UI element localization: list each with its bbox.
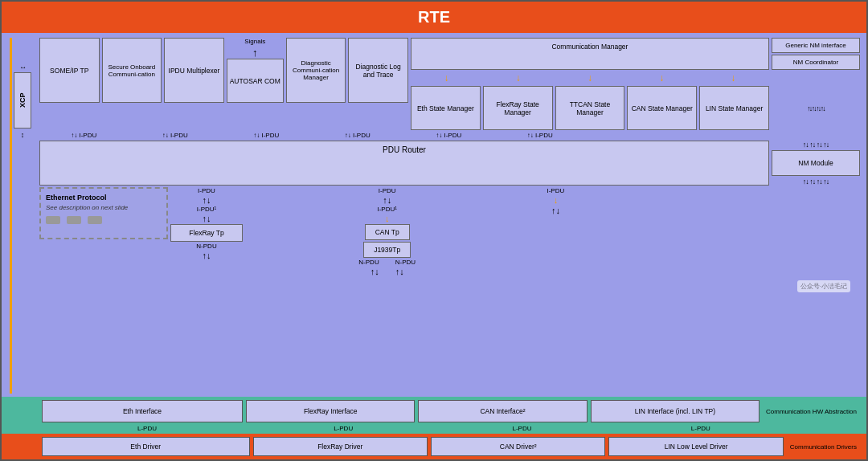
diag-log-trace-box: Diagnostic Log and Trace — [348, 38, 408, 103]
npdu-can-2: N-PDU — [395, 259, 416, 266]
ipdu-flexray-arrow: ↑↓ — [203, 195, 211, 205]
eth-sub-box-1 — [46, 216, 60, 224]
eth-sub-box-2 — [67, 216, 81, 224]
can-driver-box: CAN Driver² — [431, 437, 605, 456]
ipdu-can-label: I-PDU — [379, 187, 396, 194]
orange-arrow-4: ↓ — [659, 72, 664, 84]
eth-protocol-box: Ethernet Protocol See description on nex… — [39, 187, 168, 239]
orange-arrow-1: ↓ — [444, 72, 449, 84]
eth-sub-box-3 — [88, 216, 102, 224]
orange-arrow-lin: ↓ — [554, 195, 559, 205]
some-ip-tp-box: SOME/IP TP — [39, 38, 100, 103]
signals-arrow: ↑ — [252, 47, 258, 59]
ipdu-can-arrow: ↑↓ — [383, 195, 391, 205]
secure-onboard-box: Secure Onboard Communi-cation — [102, 38, 162, 103]
ipdu-mux-box: IPDU Multiplexer — [164, 38, 224, 103]
diagram-container: RTE ↕ XCP ↕ — [0, 0, 868, 461]
comm-manager-box: Communication Manager — [411, 38, 769, 70]
nm-arrows-right: ↑↓ ↑↓ ↑↓ ↑↓ — [807, 104, 825, 112]
ipdu1-can-label: I-PDU¹ — [377, 206, 396, 213]
comm-drivers-label: Communication Drivers — [787, 437, 860, 456]
ipdu-arrow-5: ↑↓ I-PDU — [404, 132, 493, 139]
nm-arrows-top: ↑↓ ↑↓ ↑↓ ↑↓ — [803, 141, 829, 149]
nm-module-box: NM Module — [772, 150, 860, 176]
driver-layer: Eth Driver FlexRay Driver CAN Driver² LI… — [2, 434, 866, 459]
ipdu-lin-label: I-PDU — [547, 187, 564, 194]
lin-state-mgr-box: LIN State Manager — [699, 86, 769, 130]
lpdu-eth: L-PDU — [42, 425, 252, 432]
signals-label: Signals — [244, 38, 265, 45]
npdu-flexray-label: N-PDU — [196, 243, 216, 250]
npdu-can-1: N-PDU — [358, 259, 379, 266]
npdu-can-arrow-1: ↑↓ — [371, 267, 379, 276]
diag-comm-mgr-box: Diagnostic Communi-cation Manager — [286, 38, 346, 103]
eth-protocol-title: Ethernet Protocol — [46, 194, 162, 202]
ttcan-state-mgr-box: TTCAN State Manager — [555, 86, 625, 130]
interface-layer: Eth Interface FlexRay Interface CAN Inte… — [2, 397, 866, 424]
pdu-router-box: PDU Router — [39, 141, 769, 186]
j1939-tp-box: J1939Tp — [363, 242, 411, 258]
ipdu-arrow-4: ↑↓ I-PDU — [313, 132, 403, 139]
lpdu-row: L-PDU L-PDU L-PDU L-PDU — [2, 424, 866, 434]
npdu-can-arrow-2: ↑↓ — [395, 267, 404, 276]
xcp-box: XCP — [14, 72, 31, 129]
orange-arrow-3: ↓ — [588, 72, 592, 84]
ipdu-arrow-6: ↑↓ I-PDU — [496, 132, 585, 139]
can-tp-box: CAN Tp — [365, 224, 410, 240]
lpdu-flexray: L-PDU — [256, 425, 431, 432]
ipdu-arrow-3: ↑↓ I-PDU — [222, 132, 311, 139]
can-state-mgr-box: CAN State Manager — [627, 86, 697, 130]
eth-driver-box: Eth Driver — [42, 437, 250, 456]
ipdu1-flexray-arrow: ↑↓ — [203, 214, 211, 223]
flexray-driver-box: FlexRay Driver — [253, 437, 428, 456]
nm-coordinator-box: NM Coordinator — [772, 55, 860, 70]
flexray-interface-box: FlexRay Interface — [246, 400, 415, 422]
autosar-com-box: AUTOSAR COM — [227, 59, 284, 103]
lin-interface-box: LIN Interface (incl. LIN TP) — [591, 400, 760, 422]
eth-protocol-desc: See description on next slide — [46, 204, 162, 211]
orange-arrow-can: ↓ — [385, 214, 390, 223]
rte-label: RTE — [418, 8, 450, 26]
flexray-state-mgr-box: FlexRay State Manager — [483, 86, 553, 130]
lpdu-can: L-PDU — [434, 425, 609, 432]
eth-interface-box: Eth Interface — [42, 400, 243, 422]
lpdu-lin: L-PDU — [613, 425, 788, 432]
rte-header: RTE — [2, 2, 866, 33]
lin-driver-box: LIN Low Level Driver — [608, 437, 783, 456]
flexray-tp-box: FlexRay Tp — [170, 224, 243, 242]
orange-arrow-5: ↓ — [731, 72, 735, 84]
ipdu-arrow-2: ↑↓ I-PDU — [131, 132, 220, 139]
ipdu-flexray-label: I-PDU — [198, 187, 215, 194]
ipdu-lin-arrow: ↑↓ — [551, 206, 560, 215]
watermark: 公众号·小洁毛记 — [797, 280, 850, 292]
orange-arrow-2: ↓ — [516, 72, 521, 84]
generic-nm-box: Generic NM interface — [772, 38, 860, 53]
eth-state-mgr-box: Eth State Manager — [411, 86, 481, 130]
comm-hw-abstraction-label: Communication HW Abstraction — [763, 400, 860, 422]
nm-arrows-bottom: ↑↓ ↑↓ ↑↓ ↑↓ — [803, 177, 829, 186]
main-area: ↕ XCP ↕ SOME/IP TP — [2, 33, 866, 397]
can-interface-box: CAN Interface² — [418, 400, 587, 422]
npdu-flexray-arrow: ↑↓ — [203, 251, 211, 260]
orange-line — [10, 38, 12, 394]
ipdu1-flexray-label: I-PDU¹ — [197, 206, 216, 213]
ipdu-arrow-1: ↑↓ I-PDU — [39, 132, 129, 139]
